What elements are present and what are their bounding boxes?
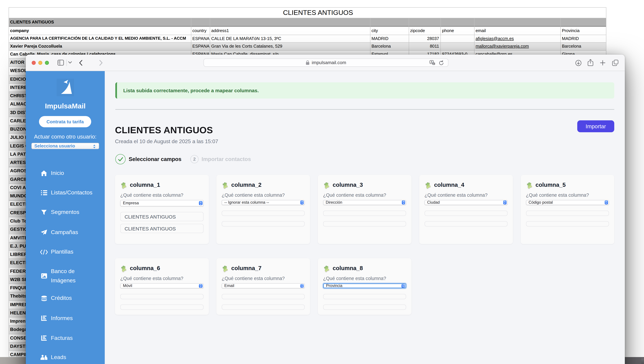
svg-text:A: A [431, 61, 433, 64]
svg-text:x: x [433, 63, 434, 65]
